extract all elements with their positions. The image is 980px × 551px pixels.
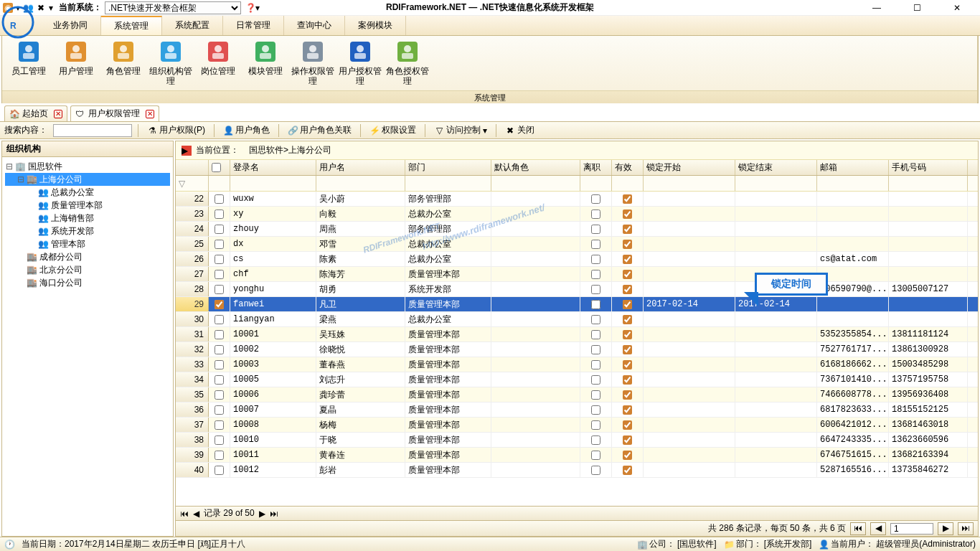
ribbon-module[interactable]: 模块管理 — [242, 37, 289, 89]
system-select[interactable]: .NET快速开发整合框架 — [105, 1, 241, 14]
valid-checkbox[interactable] — [623, 240, 632, 249]
filter-cell-1[interactable] — [209, 176, 230, 191]
ribbon-op[interactable]: 操作权限管理 — [289, 37, 336, 89]
row-checkbox[interactable] — [215, 209, 224, 219]
menu-4[interactable]: 查询中心 — [284, 16, 345, 35]
leave-checkbox[interactable] — [591, 330, 600, 339]
valid-checkbox[interactable] — [623, 285, 632, 294]
tree-node[interactable]: 🏬北京分公司 — [5, 263, 170, 276]
table-row[interactable]: 25dx邓雪总裁办公室 — [176, 237, 978, 252]
table-row[interactable]: 3710008杨梅质量管理本部6006421012...13681463018 — [176, 418, 978, 433]
row-checkbox[interactable] — [215, 435, 224, 445]
qa-tools-icon[interactable]: ✖ — [36, 3, 46, 13]
ribbon-roleauth[interactable]: 角色授权管理 — [384, 37, 431, 89]
pager-last[interactable]: ⏭ — [958, 522, 974, 535]
valid-checkbox[interactable] — [623, 345, 632, 354]
minimize-button[interactable]: — — [864, 3, 890, 13]
row-checkbox[interactable] — [215, 420, 224, 430]
valid-checkbox[interactable] — [623, 330, 632, 339]
valid-checkbox[interactable] — [623, 194, 632, 204]
row-checkbox[interactable] — [215, 451, 224, 460]
table-row[interactable]: 3510006龚珍蕾质量管理本部7466608778...13956936408 — [176, 387, 978, 402]
table-row[interactable]: 22wuxw吴小蔚部务管理部 — [176, 192, 978, 207]
table-row[interactable]: 23xy向毅总裁办公室 — [176, 207, 978, 222]
valid-checkbox[interactable] — [623, 360, 632, 369]
col-header-9[interactable]: 锁定结束 — [735, 160, 817, 175]
row-checkbox[interactable] — [215, 315, 224, 324]
tool-filter[interactable]: ⚗用户权限(P) — [144, 123, 208, 138]
leave-checkbox[interactable] — [591, 225, 600, 234]
filter-cell-8[interactable] — [644, 176, 735, 191]
tree-node[interactable]: 👥质量管理本部 — [5, 199, 170, 212]
table-row[interactable]: 29fanwei凡卫质量管理本部2017-02-142017-02-14 — [176, 297, 978, 312]
pager-prev[interactable]: ◀ — [870, 522, 886, 535]
col-header-2[interactable]: 登录名 — [230, 160, 316, 175]
row-checkbox[interactable] — [215, 225, 224, 234]
menu-1[interactable]: 系统管理 — [101, 16, 162, 35]
valid-checkbox[interactable] — [623, 225, 632, 234]
leave-checkbox[interactable] — [591, 240, 600, 249]
filter-cell-9[interactable] — [735, 176, 817, 191]
filter-cell-10[interactable] — [817, 176, 889, 191]
leave-checkbox[interactable] — [591, 435, 600, 445]
leave-checkbox[interactable] — [591, 360, 600, 369]
leave-checkbox[interactable] — [591, 405, 600, 415]
col-header-4[interactable]: 部门 — [405, 160, 491, 175]
menu-3[interactable]: 日常管理 — [223, 16, 284, 35]
table-row[interactable]: 4010012彭岩质量管理本部5287165516...13735846272 — [176, 463, 978, 478]
leave-checkbox[interactable] — [591, 390, 600, 400]
leave-checkbox[interactable] — [591, 466, 600, 475]
valid-checkbox[interactable] — [623, 255, 632, 264]
tool-link[interactable]: 🔗用户角色关联 — [285, 123, 354, 138]
valid-checkbox[interactable] — [623, 300, 632, 309]
leave-checkbox[interactable] — [591, 345, 600, 354]
valid-checkbox[interactable] — [623, 420, 632, 430]
search-input[interactable] — [53, 124, 132, 137]
tree-node[interactable]: 👥上海销售部 — [5, 212, 170, 225]
leave-checkbox[interactable] — [591, 285, 600, 294]
tool-userrole[interactable]: 👤用户角色 — [220, 123, 273, 138]
leave-checkbox[interactable] — [591, 209, 600, 219]
help-dd[interactable]: ▾ — [255, 3, 260, 13]
table-row[interactable]: 3310003董春燕质量管理本部6168186662...15003485298 — [176, 357, 978, 372]
row-checkbox[interactable] — [215, 194, 224, 204]
row-checkbox[interactable] — [215, 270, 224, 279]
row-checkbox[interactable] — [215, 405, 224, 415]
valid-checkbox[interactable] — [623, 405, 632, 415]
leave-checkbox[interactable] — [591, 300, 600, 309]
pager-first[interactable]: ⏮ — [850, 522, 866, 535]
nav-next-icon[interactable]: ▶ — [259, 509, 265, 519]
table-row[interactable]: 3210002徐晓悦质量管理本部7527761717...13861300928 — [176, 342, 978, 357]
ribbon-user[interactable]: 用户管理 — [52, 37, 100, 89]
filter-cell-4[interactable] — [405, 176, 491, 191]
row-checkbox[interactable] — [215, 330, 224, 339]
ribbon-org[interactable]: 组织机构管理 — [147, 37, 194, 89]
valid-checkbox[interactable] — [623, 375, 632, 385]
row-checkbox[interactable] — [215, 390, 224, 400]
pager-page-input[interactable] — [890, 523, 933, 534]
tree-node[interactable]: ⊟🏢国思软件 — [5, 160, 170, 173]
menu-2[interactable]: 系统配置 — [162, 16, 223, 35]
nav-first-icon[interactable]: ⏮ — [180, 509, 189, 519]
pager-next[interactable]: ▶ — [938, 522, 953, 535]
help-icon[interactable]: ❓ — [245, 3, 255, 13]
tool-bolt[interactable]: ⚡权限设置 — [367, 123, 419, 138]
table-row[interactable]: 24zhouy周燕部务管理部 — [176, 222, 978, 237]
filter-cell-7[interactable] — [612, 176, 644, 191]
close-button[interactable]: ✕ — [944, 3, 970, 13]
leave-checkbox[interactable] — [591, 315, 600, 324]
select-all-checkbox[interactable] — [212, 163, 221, 172]
row-checkbox[interactable] — [215, 255, 224, 264]
tree-node[interactable]: 👥管理本部 — [5, 237, 170, 250]
filter-cell-11[interactable] — [889, 176, 968, 191]
table-row[interactable]: 3910011黄春连质量管理本部6746751615...13682163394 — [176, 448, 978, 463]
menu-0[interactable]: 业务协同 — [40, 16, 101, 35]
doc-tab-1[interactable]: 🛡用户权限管理✕ — [70, 105, 159, 121]
valid-checkbox[interactable] — [623, 451, 632, 460]
tree-node[interactable]: 👥系统开发部 — [5, 225, 170, 237]
table-row[interactable]: 3410005刘志升质量管理本部7367101410...13757195758 — [176, 372, 978, 387]
ribbon-userauth[interactable]: 用户授权管理 — [336, 37, 384, 89]
filter-cell-6[interactable] — [580, 176, 612, 191]
filter-cell-5[interactable] — [491, 176, 580, 191]
leave-checkbox[interactable] — [591, 270, 600, 279]
